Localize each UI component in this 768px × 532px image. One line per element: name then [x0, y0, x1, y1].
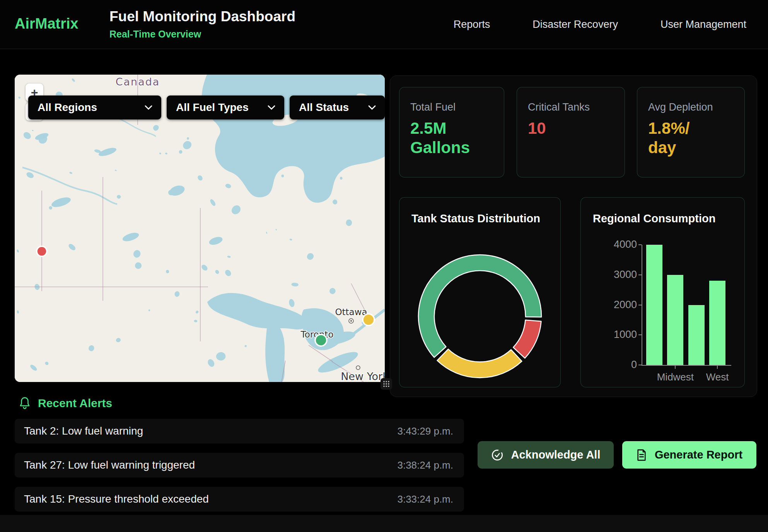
acknowledge-all-button[interactable]: Acknowledge All [478, 441, 614, 469]
stat-card-avg-depletion: Avg Depletion 1.8%/day [637, 87, 745, 177]
alert-timestamp: 3:33:24 p.m. [397, 493, 453, 505]
generate-report-label: Generate Report [655, 448, 742, 461]
y-axis [642, 245, 642, 366]
stat-label: Total Fuel [410, 101, 504, 113]
alert-timestamp: 3:38:24 p.m. [397, 459, 453, 471]
page-subtitle: Real-Time Overview [109, 29, 201, 40]
x-tick [717, 366, 718, 369]
x-tick-label: West [690, 371, 744, 383]
y-tick [638, 244, 642, 245]
tank-status-chart-card: Tank Status Distribution [399, 197, 561, 387]
y-tick [638, 334, 642, 335]
y-tick-label: 0 [594, 359, 637, 371]
x-axis [642, 365, 731, 366]
chevron-down-icon [267, 105, 276, 110]
region-filter-value: All Regions [38, 101, 97, 114]
y-tick-label: 4000 [594, 239, 637, 251]
red-status-marker[interactable] [37, 246, 47, 256]
map-attribution-grip[interactable] [381, 378, 392, 390]
y-tick [638, 275, 642, 275]
svg-text:New York: New York [341, 370, 385, 382]
nav-reports[interactable]: Reports [454, 19, 490, 31]
stat-label: Critical Tanks [528, 101, 625, 113]
bell-icon [19, 397, 31, 410]
nav-disaster-recovery[interactable]: Disaster Recovery [532, 19, 618, 31]
map-filter-bar: All Regions All Fuel Types All Status [28, 95, 385, 119]
chevron-down-icon [368, 105, 376, 110]
alert-list-item[interactable]: Tank 27: Low fuel warning triggered 3:38… [15, 453, 464, 477]
footer-strip [0, 515, 768, 532]
bar-3 [709, 281, 725, 365]
alerts-section-title: Recent Alerts [38, 397, 112, 410]
alert-timestamp: 3:43:29 p.m. [397, 425, 453, 437]
alert-list-item[interactable]: Tank 15: Pressure threshold exceeded 3:3… [15, 487, 464, 512]
alert-list-item[interactable]: Tank 2: Low fuel warning 3:43:29 p.m. [15, 419, 464, 443]
region-filter-dropdown[interactable]: All Regions [28, 95, 161, 119]
fuel-type-filter-dropdown[interactable]: All Fuel Types [167, 95, 284, 119]
alert-message: Tank 2: Low fuel warning [24, 425, 143, 437]
grip-dots-icon [383, 380, 390, 387]
fuel-map[interactable]: CanadaOttawaTorontoNew York [15, 75, 385, 382]
regional-consumption-chart-card: Regional Consumption 01000200030004000Mi… [580, 197, 745, 387]
tank-status-donut-chart [399, 198, 561, 388]
yellow-status-marker[interactable] [363, 314, 374, 326]
alert-message: Tank 15: Pressure threshold exceeded [24, 493, 209, 505]
chevron-down-icon [144, 105, 153, 110]
green-status-marker[interactable] [315, 334, 327, 346]
stat-card-total-fuel: Total Fuel 2.5M Gallons [399, 87, 504, 177]
map-canvas: CanadaOttawaTorontoNew York [15, 75, 385, 382]
svg-text:Ottawa: Ottawa [335, 307, 367, 317]
report-document-icon [636, 449, 647, 461]
fuel-type-filter-value: All Fuel Types [176, 101, 249, 114]
y-tick [638, 305, 642, 305]
y-tick [638, 365, 642, 365]
main-nav: Reports Disaster Recovery User Managemen… [454, 0, 746, 49]
donut-segment-yellow-warning [437, 349, 522, 378]
stat-value-avg-depletion: 1.8%/day [648, 119, 695, 157]
stat-card-critical-tanks: Critical Tanks 10 [517, 87, 625, 177]
regional-consumption-bar-chart: 01000200030004000MidwestWest [581, 198, 745, 388]
y-tick-label: 3000 [594, 269, 637, 281]
nav-user-management[interactable]: User Management [660, 19, 746, 31]
svg-text:Canada: Canada [116, 76, 160, 88]
donut-segment-red-critical [513, 320, 541, 358]
brand-logo: AirMatrix [15, 15, 79, 32]
recent-alerts-header: Recent Alerts [19, 397, 112, 410]
status-filter-dropdown[interactable]: All Status [290, 95, 385, 119]
x-tick [675, 366, 676, 369]
stat-label: Avg Depletion [648, 101, 744, 113]
check-circle-icon [491, 449, 503, 461]
stat-value-critical-tanks: 10 [528, 119, 625, 138]
alert-message: Tank 27: Low fuel warning triggered [24, 459, 195, 471]
app-header: AirMatrix Fuel Monitoring Dashboard Real… [0, 0, 768, 49]
bar-1 [667, 275, 683, 365]
page-title: Fuel Monitoring Dashboard [109, 9, 295, 25]
stat-value-total-fuel: 2.5M Gallons [410, 119, 478, 157]
status-filter-value: All Status [299, 101, 349, 114]
y-tick-label: 2000 [594, 299, 637, 311]
bar-0 [646, 245, 662, 365]
bar-2 [688, 305, 705, 365]
acknowledge-all-label: Acknowledge All [511, 448, 601, 461]
generate-report-button[interactable]: Generate Report [622, 441, 756, 469]
y-tick-label: 1000 [594, 329, 637, 341]
